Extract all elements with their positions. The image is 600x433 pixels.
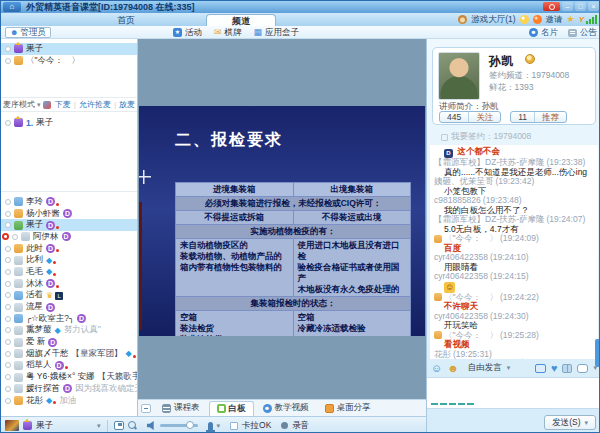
bubble-icon[interactable] [577, 364, 588, 373]
teacher-avatar[interactable] [438, 52, 480, 100]
karaoke-checkbox[interactable] [230, 422, 238, 430]
heart-icon[interactable] [551, 363, 558, 373]
favorite-star-icon[interactable] [567, 15, 575, 24]
radio-icon[interactable] [5, 46, 11, 52]
radio-icon[interactable] [5, 386, 11, 392]
mic-queue-row[interactable]: 1. 果子 [1, 117, 137, 129]
radio-icon[interactable] [5, 292, 11, 298]
emoticon-icon[interactable] [431, 363, 442, 374]
send-button[interactable]: 发送(S) ▾ [544, 415, 596, 430]
radio-icon[interactable] [5, 304, 11, 310]
minimize-button[interactable] [562, 2, 573, 11]
audience-row[interactable]: 沐沐 [1, 278, 137, 290]
chat-input-area[interactable] [427, 377, 600, 409]
radio-icon[interactable] [5, 120, 11, 126]
admin-row[interactable]: 果子 [1, 43, 137, 55]
content-tab[interactable]: 教学视频 [256, 401, 316, 416]
radio-icon[interactable] [5, 246, 11, 252]
audience-row[interactable]: 比利 [1, 254, 137, 266]
content-tab[interactable]: 桌面分享 [318, 401, 378, 416]
audience-row[interactable]: 活着 [1, 290, 137, 302]
member-name: 流星 [26, 301, 43, 313]
mic-down-link[interactable]: 下麦 [55, 99, 71, 110]
recommend-button[interactable]: 11 推荐 [510, 111, 567, 123]
radio-icon[interactable] [5, 58, 11, 64]
audience-row[interactable]: 媛行探首 因为我喜欢确定无禁 [1, 383, 137, 395]
tab-channel[interactable]: 频道 [206, 14, 276, 26]
volume-slider[interactable] [160, 424, 198, 427]
self-thumbnail[interactable] [5, 420, 19, 431]
radio-icon[interactable] [5, 374, 11, 380]
notice-button[interactable]: 公告 [568, 27, 597, 39]
game-hall-link[interactable]: 游戏大厅(1) [471, 14, 515, 26]
microphone-icon[interactable] [208, 422, 213, 430]
audience-row[interactable]: 花彤 加油 [1, 395, 137, 407]
radio-icon[interactable] [5, 222, 11, 228]
power-button[interactable] [543, 2, 560, 11]
chevron-down-icon[interactable]: ▾ [37, 101, 41, 109]
audience-row[interactable]: 熏梦菔 努力认真" [1, 325, 137, 337]
audience-row[interactable]: 杨小虾酱 [1, 208, 137, 220]
audience-row[interactable]: 此时 [1, 243, 137, 255]
mic-control-icon[interactable] [43, 101, 51, 109]
audience-row[interactable]: 李玲 [1, 196, 137, 208]
whiteboard-canvas[interactable]: 二、报检要求 进境集装箱 出境集装箱 必须对集装箱进行报检，未经报检或CIQ许可… [138, 39, 426, 399]
name-card-button[interactable]: 名片 [529, 27, 558, 39]
activity-button[interactable]: 活动 [173, 27, 202, 39]
follow-button[interactable]: 445 关注 [439, 111, 501, 123]
radio-icon[interactable] [5, 269, 11, 275]
member-name: 杨小虾酱 [26, 208, 60, 220]
radio-icon[interactable] [5, 327, 11, 333]
gift-icon[interactable] [562, 364, 572, 373]
radio-icon[interactable] [5, 281, 11, 287]
chevron-down-icon[interactable]: ▾ [507, 364, 511, 372]
admin-button[interactable]: 管理员 [5, 27, 51, 38]
audience-row[interactable]: 爱 新 [1, 336, 137, 348]
search-icon[interactable] [128, 421, 137, 430]
emoticon-alt-icon[interactable] [447, 363, 459, 374]
popout-icon[interactable] [114, 421, 124, 430]
audience-row[interactable]: 阿伊林 [1, 231, 137, 243]
speaker-icon[interactable] [147, 421, 156, 430]
radio-icon[interactable] [5, 316, 11, 322]
collapse-icon[interactable] [141, 404, 151, 413]
chevron-down-icon[interactable]: ▾ [584, 419, 588, 427]
appbox-button[interactable]: 应用盒子 [254, 27, 300, 39]
close-button[interactable] [588, 2, 599, 11]
chevron-down-icon[interactable]: ▾ [593, 364, 597, 372]
radio-icon[interactable] [5, 211, 11, 217]
radio-icon[interactable] [5, 257, 11, 263]
chevron-down-icon[interactable]: ▾ [97, 422, 101, 430]
audience-row[interactable]: 果子 [1, 219, 137, 231]
invite-link[interactable]: 邀请 [546, 14, 563, 26]
audience-row[interactable]: 粤 Y6·娥楼×° 安娜 【天籁歌手】 [1, 371, 137, 383]
admin-row[interactable]: 〈"今今： 〉 [1, 55, 137, 67]
speech-mode-select[interactable]: 自由发言 [468, 362, 502, 374]
radio-icon[interactable] [5, 351, 11, 357]
audience-row[interactable]: 流星 [1, 301, 137, 313]
mic-release-link[interactable]: 放麦 [119, 99, 135, 110]
chevron-down-icon[interactable]: ▾ [217, 422, 221, 430]
content-tab[interactable]: 课程表 [155, 401, 207, 416]
smiley-icon[interactable] [520, 15, 529, 24]
mic-mode-label[interactable]: 麦序模式 [3, 99, 35, 110]
mic-grab-link[interactable]: 允许抢麦 [79, 99, 111, 110]
radio-icon[interactable] [5, 362, 11, 368]
audience-row[interactable]: ╭☆欧室主?╮ [1, 313, 137, 325]
audience-row[interactable]: 毛毛 [1, 266, 137, 278]
radio-icon[interactable] [5, 339, 11, 345]
audience-row[interactable]: 烟旗〆千愁 【皇家军团】 [1, 348, 137, 360]
radio-icon[interactable] [5, 199, 11, 205]
radio-icon[interactable] [12, 234, 18, 240]
volume-slider-thumb[interactable] [186, 421, 194, 429]
radio-icon[interactable] [5, 398, 11, 404]
audience-row[interactable]: 稻草人 [1, 360, 137, 372]
tab-home[interactable]: 首页 [96, 14, 156, 26]
record-icon[interactable] [281, 422, 288, 429]
maximize-button[interactable] [575, 2, 586, 11]
record-label: 录音 [292, 420, 309, 432]
content-tab[interactable]: 白板 [209, 401, 254, 416]
games-button[interactable]: 棋牌 [214, 27, 242, 39]
chat-message-area[interactable]: 这个都不会 【霜源军校】DZ-扶苏-萨摩隆 (19:23:38) 真的.....… [430, 145, 598, 359]
video-icon[interactable] [535, 364, 546, 373]
